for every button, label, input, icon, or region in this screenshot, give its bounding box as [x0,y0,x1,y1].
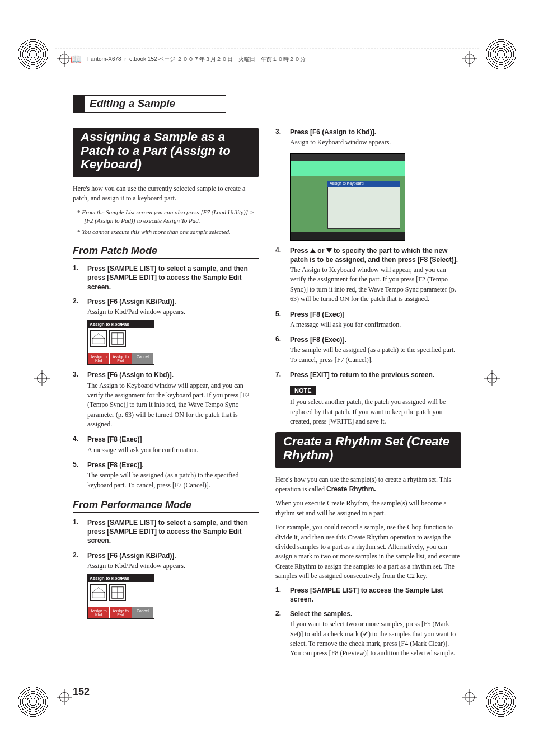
step-title: Press [F6 (Assign to Kbd)]. [87,370,259,379]
steps-performance-cont: Press [F6 (Assign to Kbd)]. Assign to Ke… [275,128,461,148]
tab-assign-pad: Assign to Pad [110,353,132,364]
rhythm-intro: Here's how you can use the sample(s) to … [275,475,461,495]
rhythm-intro3: For example, you could record a sample, … [275,523,461,581]
rhythm-intro2: When you execute Create Rhythm, the samp… [275,499,461,518]
svg-line-8 [99,588,105,593]
intro-bold: Create Rhythm. [326,485,376,493]
screenshot-header: Assign to Keyboard [327,181,400,187]
step-title: Press or to specify the part to which th… [290,246,461,264]
step-title: Press [F6 (Assign KB/Pad)]. [87,551,259,560]
create-rhythm-heading: Create a Rhythm Set (Create Rhythm) [275,432,461,468]
left-column: Assigning a Sample as a Patch to a Part … [73,128,259,664]
tab-cancel: Cancel [132,607,154,618]
pad-icon [109,584,126,601]
screenshot-title: Assign to Kbd/Pad [88,575,154,582]
step-title: Press [F8 (Exec)] [290,310,461,319]
assign-to-keyboard-screenshot: Assign to Keyboard [290,153,405,241]
keyboard-icon [90,584,107,601]
section-stub [73,95,85,113]
step-title: Press [EXIT] to return to the previous s… [290,370,461,379]
step-body: A message will ask you for confirmation. [87,445,259,455]
step-body: Assign to Kbd/Pad window appears. [87,307,259,317]
tab-assign-pad: Assign to Pad [110,607,132,618]
step-body: Assign to Keyboard window appears. [290,138,461,147]
note-body: If you select another patch, the patch y… [290,397,461,426]
page-content: Editing a Sample Assigning a Sample as a… [73,95,461,678]
up-arrow-icon [310,248,316,253]
step-title: Press [SAMPLE LIST] to select a sample, … [87,264,259,292]
crop-ring-tr [485,38,517,71]
step-title: Press [F6 (Assign to Kbd)]. [290,128,461,137]
step-title: Press [F8 (Exec)]. [290,335,461,344]
from-patch-mode-heading: From Patch Mode [73,245,259,259]
tab-cancel: Cancel [132,353,154,364]
book-header-text: Fantom-X678_r_e.book 152 ページ ２００７年３月２０日 … [87,55,306,63]
step-text: or [316,247,326,255]
svg-rect-6 [92,593,105,598]
svg-line-2 [99,334,105,339]
step-text: Press [290,247,310,255]
step-body: If you want to select two or more sample… [290,619,461,659]
steps-create-rhythm: Press [SAMPLE LIST] to access the Sample… [275,586,461,659]
right-column: Press [F6 (Assign to Kbd)]. Assign to Ke… [275,128,461,664]
assign-keyboard-heading: Assigning a Sample as a Patch to a Part … [73,128,259,177]
crop-ring-bl [17,685,49,718]
book-header: 📖 Fantom-X678_r_e.book 152 ページ ２００７年３月２０… [71,54,306,64]
assign-kbd-pad-screenshot: Assign to Kbd/Pad Assign to Kbd Assign [87,574,154,619]
pad-icon [109,330,126,347]
steps-performance-cont2: Press or to specify the part to which th… [275,246,461,380]
crop-ring-br [485,685,517,718]
down-arrow-icon [326,248,332,253]
step-body: The Assign to Keyboard window will appea… [290,265,461,304]
tab-assign-kbd: Assign to Kbd [88,353,110,364]
keyboard-icon [90,330,107,347]
footnote: You cannot execute this with more than o… [84,228,259,236]
step-title: Press [SAMPLE LIST] to access the Sample… [290,586,461,604]
assign-kbd-pad-screenshot: Assign to Kbd/Pad Assign to Kbd Assign [87,320,154,365]
step-title: Press [F8 (Exec)]. [87,461,259,469]
book-icon: 📖 [71,54,82,64]
crop-ring-tl [17,38,49,71]
note-badge: NOTE [290,386,316,395]
footnote: From the Sample List screen you can also… [84,208,259,225]
svg-line-1 [92,334,99,339]
steps-performance-mode: Press [SAMPLE LIST] to select a sample, … [73,518,259,619]
section-title: Editing a Sample [85,95,226,113]
section-header: Editing a Sample [73,95,461,113]
step-title: Select the samples. [290,609,461,618]
step-body: The sample will be assigned (as a patch)… [290,345,461,365]
svg-rect-0 [92,339,105,344]
step-body: The Assign to Keyboard window will appea… [87,381,259,430]
page-number: 152 [73,686,90,698]
tab-assign-kbd: Assign to Kbd [88,607,110,618]
reg-mark [487,373,497,383]
assign-intro: Here's how you can use the currently sel… [73,184,259,204]
svg-line-7 [92,588,99,593]
step-title: Press [F6 (Assign KB/Pad)]. [87,297,259,306]
step-title: Press [SAMPLE LIST] to select a sample, … [87,518,259,546]
from-performance-mode-heading: From Performance Mode [73,499,259,513]
step-body: A message will ask you for confirmation. [290,320,461,330]
reg-mark [37,373,47,383]
screenshot-title: Assign to Kbd/Pad [88,321,154,328]
step-title: Press [F8 (Exec)] [87,435,259,444]
step-body: The sample will be assigned (as a patch)… [87,471,259,490]
step-body: Assign to Kbd/Pad window appears. [87,561,259,571]
steps-patch-mode: Press [SAMPLE LIST] to select a sample, … [73,264,259,490]
